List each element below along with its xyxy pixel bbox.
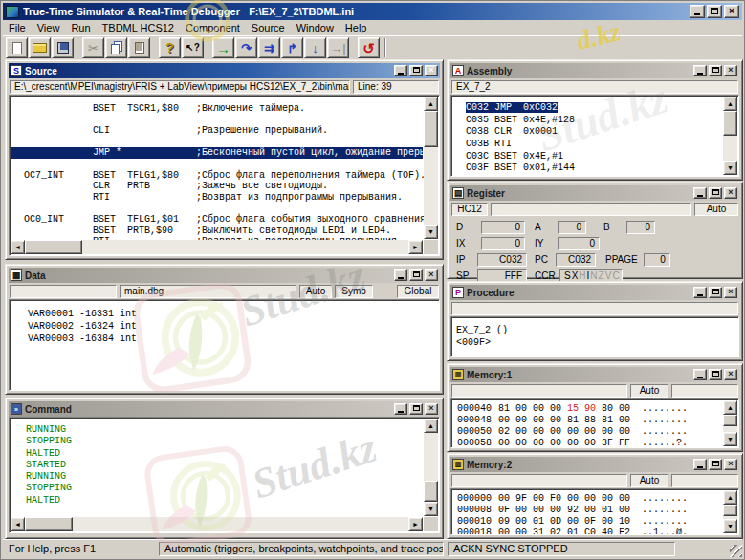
source-title-bar[interactable]: S Source ×: [9, 63, 440, 78]
data-symb-button[interactable]: Symb: [335, 285, 373, 298]
title-bar[interactable]: True-Time Simulator & Real-Time Debugger…: [3, 3, 742, 20]
register-value-iy[interactable]: 0: [558, 237, 600, 250]
menu-item[interactable]: Help: [340, 22, 373, 33]
reset-button[interactable]: ↺: [358, 37, 380, 58]
context-help-button[interactable]: ↖?: [182, 37, 204, 58]
scrollbar-thumb[interactable]: [424, 111, 438, 147]
minimize-button[interactable]: [693, 187, 707, 199]
scroll-down-icon[interactable]: ▼: [723, 161, 737, 175]
scroll-down-icon[interactable]: ▼: [424, 225, 438, 239]
step-over-button[interactable]: ⇉: [258, 37, 280, 58]
minimize-button[interactable]: [394, 403, 407, 415]
assembly-step-button[interactable]: ↓: [304, 37, 326, 58]
register-value-d[interactable]: 0: [481, 221, 525, 234]
assembly-title-bar[interactable]: A Assembly ×: [450, 63, 739, 78]
assembly-code-area[interactable]: C032 JMP 0xC032C035 BSET 0x4E,#128C038 C…: [452, 97, 722, 175]
new-file-button[interactable]: [6, 37, 28, 58]
scrollbar-thumb[interactable]: [25, 517, 73, 531]
register-auto-button[interactable]: Auto: [694, 203, 738, 216]
menu-item[interactable]: File: [3, 22, 32, 33]
memory2-dump[interactable]: 00000000 9F 00 F0 00 00 00 00........000…: [452, 490, 722, 533]
minimize-button[interactable]: [394, 269, 407, 281]
menu-item[interactable]: Source: [246, 22, 291, 33]
menu-item[interactable]: Component: [180, 22, 246, 33]
procedure-call-chain[interactable]: EX_7_2 ()<009F>: [452, 318, 737, 355]
command-title-bar[interactable]: » Command ×: [9, 401, 440, 417]
maximize-button[interactable]: [709, 369, 722, 380]
maximize-button[interactable]: [409, 403, 423, 415]
assembly-vertical-scrollbar[interactable]: ▲ ▼: [723, 97, 737, 175]
scroll-down-icon[interactable]: ▼: [424, 502, 438, 516]
scroll-left-icon[interactable]: ◄: [11, 240, 25, 254]
scroll-up-icon[interactable]: ▲: [424, 419, 438, 433]
maximize-button[interactable]: [709, 187, 722, 199]
scrollbar-thumb[interactable]: [723, 505, 737, 516]
halt-button[interactable]: →|: [327, 37, 349, 58]
register-mode-button[interactable]: HC12: [451, 203, 488, 216]
scrollbar-thumb[interactable]: [723, 111, 737, 136]
data-title-bar[interactable]: ▦ Data ×: [9, 268, 440, 283]
close-button[interactable]: ×: [724, 187, 737, 199]
scroll-down-icon[interactable]: ▼: [723, 519, 737, 533]
scroll-up-icon[interactable]: ▲: [723, 400, 737, 415]
data-auto-button[interactable]: Auto: [299, 285, 332, 298]
menu-item[interactable]: View: [32, 22, 66, 33]
command-vertical-scrollbar[interactable]: ▲ ▼: [424, 419, 438, 516]
memory1-vertical-scrollbar[interactable]: ▲ ▼: [723, 400, 737, 446]
command-horizontal-scrollbar[interactable]: ◄ ►: [11, 517, 423, 531]
maximize-button[interactable]: [709, 65, 722, 76]
source-horizontal-scrollbar[interactable]: ◄ ►: [11, 240, 423, 254]
menu-item[interactable]: Run: [65, 22, 96, 33]
register-value-ip[interactable]: C032: [477, 253, 527, 267]
register-value-pc[interactable]: C032: [556, 253, 596, 267]
single-step-button[interactable]: ↷: [235, 37, 257, 58]
maximize-button[interactable]: [409, 269, 423, 281]
paste-button[interactable]: [128, 37, 150, 58]
start-continue-button[interactable]: →: [212, 37, 234, 58]
scrollbar-thumb[interactable]: [723, 415, 737, 426]
register-value-ppage[interactable]: 0: [644, 253, 670, 267]
source-vertical-scrollbar[interactable]: ▲ ▼: [424, 97, 438, 239]
cut-button[interactable]: ✂: [82, 37, 104, 58]
data-global-button[interactable]: Global: [397, 285, 439, 298]
command-console[interactable]: RUNNINGSTOPPINGHALTEDSTARTEDRUNNINGSTOPP…: [11, 419, 423, 516]
step-out-button[interactable]: ↱: [281, 37, 303, 58]
scroll-up-icon[interactable]: ▲: [424, 97, 438, 111]
minimize-button[interactable]: [693, 287, 707, 298]
close-button[interactable]: ×: [425, 269, 438, 281]
scroll-up-icon[interactable]: ▲: [723, 490, 737, 505]
source-code-area[interactable]: BSET TSCR1,$80 ;Включение таймера. CLI ;…: [11, 97, 423, 239]
data-variable-list[interactable]: VAR00001 -16331 intVAR00002 -16324 intVA…: [11, 301, 438, 389]
memory2-auto-button[interactable]: Auto: [630, 474, 668, 487]
memory2-vertical-scrollbar[interactable]: ▲ ▼: [723, 490, 737, 533]
maximize-button[interactable]: [709, 287, 722, 298]
procedure-title-bar[interactable]: P Procedure ×: [450, 285, 739, 300]
scroll-right-icon[interactable]: ►: [408, 240, 423, 254]
register-value-b[interactable]: 0: [626, 221, 655, 234]
scrollbar-thumb[interactable]: [25, 240, 82, 254]
save-button[interactable]: [52, 37, 74, 58]
scroll-right-icon[interactable]: ►: [408, 517, 423, 531]
close-button[interactable]: ×: [724, 459, 737, 470]
close-button[interactable]: ×: [724, 369, 737, 380]
scroll-left-icon[interactable]: ◄: [11, 517, 25, 531]
maximize-button[interactable]: [709, 459, 722, 470]
scroll-up-icon[interactable]: ▲: [723, 97, 737, 111]
memory1-auto-button[interactable]: Auto: [630, 384, 668, 398]
minimize-button[interactable]: [394, 65, 407, 76]
memory2-title-bar[interactable]: ▥ Memory:2 ×: [450, 457, 739, 472]
minimize-button[interactable]: [693, 459, 707, 470]
close-button[interactable]: ×: [425, 403, 438, 415]
scrollbar-thumb[interactable]: [424, 481, 438, 502]
close-button[interactable]: ×: [425, 65, 438, 76]
maximize-button[interactable]: [409, 65, 423, 76]
memory1-title-bar[interactable]: ▥ Memory:1 ×: [450, 367, 739, 382]
register-value-a[interactable]: 0: [558, 221, 586, 234]
memory1-dump[interactable]: 00004081 00 00 00 15 90 80 00........000…: [452, 400, 722, 446]
resize-grip[interactable]: [730, 545, 742, 557]
menu-item[interactable]: Window: [291, 22, 340, 33]
scroll-down-icon[interactable]: ▼: [723, 432, 737, 446]
close-button[interactable]: ×: [724, 65, 737, 76]
register-title-bar[interactable]: ▤ Register ×: [450, 185, 739, 201]
minimize-button[interactable]: [693, 65, 707, 76]
